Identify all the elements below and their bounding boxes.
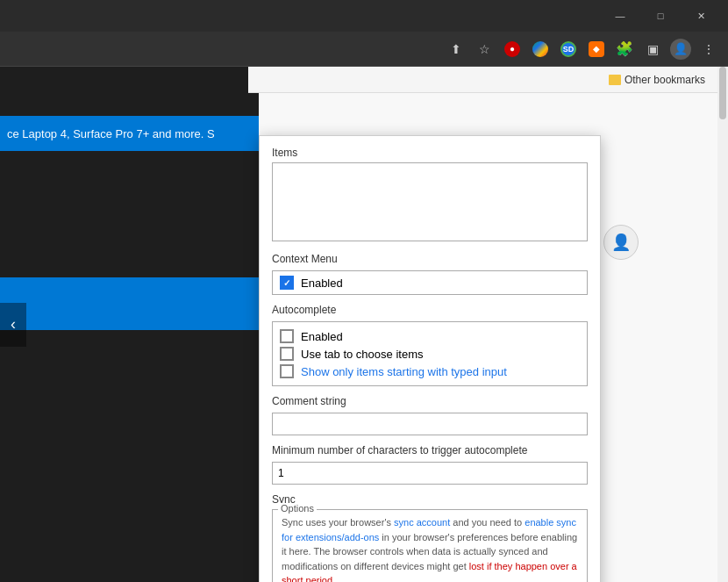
context-menu-row: Enabled (272, 270, 588, 295)
autocomplete-enabled-label: Enabled (301, 330, 343, 343)
popup-dialog: Items Context Menu Enabled Autocomplete … (259, 135, 601, 582)
ext-orange-icon[interactable]: ◆ (584, 37, 609, 61)
folder-icon (609, 75, 621, 85)
profile-avatar-icon[interactable]: 👤 (668, 37, 693, 61)
autocomplete-show-only-label: Show only items starting with typed inpu… (301, 365, 507, 378)
ext-clock-badge (532, 41, 548, 57)
blue-content-bar: ce Laptop 4, Surface Pro 7+ and more. S (0, 116, 259, 151)
autocomplete-label: Autocomplete (272, 304, 588, 316)
sync-title: Sync (272, 493, 588, 506)
ext-red-icon[interactable]: ● (500, 37, 525, 61)
autocomplete-enabled-checkbox[interactable] (280, 329, 294, 343)
options-legend: Options (278, 503, 317, 514)
blue-bar-secondary (0, 277, 259, 330)
scrollbar-thumb[interactable] (719, 67, 726, 119)
bookmarks-bar: Other bookmarks (248, 67, 717, 93)
share-icon[interactable]: ⬆ (444, 37, 468, 61)
ext-orange-badge: ◆ (589, 41, 604, 57)
autocomplete-use-tab-label: Use tab to choose items (301, 348, 423, 361)
browser-toolbar: ⬆ ☆ ● SD ◆ 🧩 ▣ 👤 ⋮ (0, 32, 728, 67)
minimize-button[interactable]: — (600, 0, 640, 32)
context-menu-enabled-label: Enabled (301, 277, 343, 290)
browser-title-bar: — □ ✕ (0, 0, 728, 32)
more-options-icon[interactable]: ⋮ (696, 37, 721, 61)
options-fieldset: Options Sync uses your browser's sync ac… (272, 509, 588, 582)
sidebar-toggle-icon[interactable]: ▣ (640, 37, 665, 61)
context-menu-label: Context Menu (272, 253, 588, 265)
close-button[interactable]: ✕ (681, 0, 721, 32)
ext-clock-icon[interactable] (528, 37, 553, 61)
sync-section: Sync Options Sync uses your browser's sy… (272, 493, 588, 582)
avatar-icon: 👤 (670, 39, 691, 60)
comment-string-label: Comment string (272, 395, 588, 407)
other-bookmarks-label: Other bookmarks (625, 74, 705, 86)
comment-string-input[interactable] (272, 413, 588, 435)
context-menu-enabled-checkbox[interactable] (280, 276, 294, 290)
bookmark-icon[interactable]: ☆ (472, 37, 496, 61)
ext-blue-badge: SD (560, 41, 576, 57)
autocomplete-box: Enabled Use tab to choose items Show onl… (272, 321, 588, 386)
min-chars-input[interactable] (272, 462, 588, 485)
blue-bar-text: ce Laptop 4, Surface Pro 7+ and more. S (7, 127, 215, 140)
autocomplete-enabled-row: Enabled (280, 327, 580, 345)
items-section-label: Items (272, 147, 588, 159)
items-textarea[interactable] (272, 162, 588, 241)
ext-red-badge: ● (504, 41, 520, 57)
autocomplete-show-only-row: Show only items starting with typed inpu… (280, 363, 580, 380)
puzzle-icon: 🧩 (616, 40, 633, 57)
extensions-puzzle-icon[interactable]: 🧩 (612, 37, 637, 61)
ext-blue-icon[interactable]: SD (556, 37, 581, 61)
left-arrow-button[interactable]: ‹ (0, 303, 26, 347)
page-avatar: 👤 (603, 225, 639, 260)
left-panel: ce Laptop 4, Surface Pro 7+ and more. S … (0, 67, 259, 582)
autocomplete-use-tab-checkbox[interactable] (280, 347, 294, 361)
window-controls: — □ ✕ (600, 0, 721, 32)
browser-content: ce Laptop 4, Surface Pro 7+ and more. S … (0, 67, 728, 582)
toolbar-icons-group: ⬆ ☆ ● SD ◆ 🧩 ▣ 👤 ⋮ (444, 37, 721, 61)
autocomplete-show-only-checkbox[interactable] (280, 364, 294, 378)
scrollbar-track (717, 67, 728, 582)
avatar-symbol: 👤 (611, 233, 631, 252)
sync-description: Sync uses your browser's sync account an… (282, 515, 578, 582)
autocomplete-use-tab-row: Use tab to choose items (280, 345, 580, 363)
other-bookmarks-item[interactable]: Other bookmarks (603, 72, 710, 88)
maximize-button[interactable]: □ (640, 0, 681, 32)
min-chars-label: Minimum number of characters to trigger … (272, 444, 588, 456)
